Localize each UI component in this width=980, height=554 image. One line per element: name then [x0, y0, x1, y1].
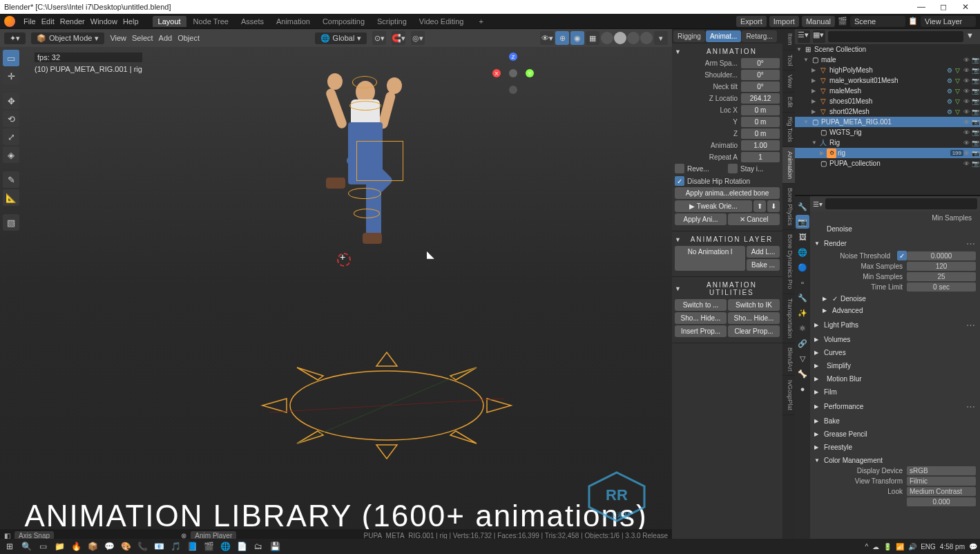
tray-wifi-icon[interactable]: 📶 [896, 543, 904, 551]
app-icon-5[interactable]: 🎨 [119, 539, 133, 553]
vtab-view[interactable]: View [782, 70, 795, 93]
min-samples-input[interactable]: 25 [907, 272, 976, 281]
close-anim-icon[interactable]: ⊗ [181, 532, 186, 539]
apply-anim-long-button[interactable]: Apply anima...elected bone [675, 187, 780, 199]
tab-animation[interactable]: Animation [271, 16, 316, 27]
menu-window[interactable]: Window [90, 17, 117, 26]
performance-section[interactable]: Performance [824, 403, 863, 410]
mode-selector[interactable]: 📦 Object Mode ▾ [31, 32, 104, 44]
outliner-row[interactable]: ▢PUPA_collection👁📷 [795, 158, 980, 169]
overlay-toggle[interactable]: ◉ [570, 31, 584, 45]
proportional-button[interactable]: ◎▾ [411, 31, 425, 45]
neck-input[interactable]: 0° [741, 82, 780, 92]
prop-tab-physics[interactable]: ⚛ [796, 321, 809, 335]
outliner-display-icon[interactable]: ▦▾ [813, 30, 825, 43]
app-icon-8[interactable]: 🎵 [169, 539, 182, 553]
viewport-menu-view[interactable]: View [110, 34, 126, 42]
app-icon-12[interactable]: 📄 [235, 539, 249, 553]
freestyle-section[interactable]: Freestyle [824, 443, 852, 451]
tray-cloud-icon[interactable]: ☁ [872, 543, 879, 551]
pivot-button[interactable]: ⊙▾ [372, 31, 386, 45]
prop-tab-world[interactable]: 🔵 [796, 260, 809, 274]
app-icon-9[interactable]: 📘 [185, 539, 199, 553]
tab-retarget[interactable]: Retarg... [742, 30, 776, 42]
outliner-search-input[interactable] [828, 31, 963, 42]
locz-input[interactable]: 0 m [741, 128, 780, 139]
viewport-menu-object[interactable]: Object [177, 34, 200, 42]
filter-icon[interactable]: ▼ [966, 31, 977, 42]
navigation-gizmo[interactable]: Z X Y [492, 52, 534, 94]
bake-button[interactable]: Bake ... [747, 259, 780, 271]
menu-file[interactable]: File [23, 17, 36, 26]
app-icon-2[interactable]: 🔥 [69, 539, 83, 553]
options-icon[interactable]: ⋯ [966, 238, 976, 249]
outliner-row[interactable]: ▶⚙rig199👁📷 [795, 148, 980, 158]
tab-scripting[interactable]: Scripting [372, 16, 412, 27]
vtab-item[interactable]: Item [782, 29, 795, 50]
upload-icon-button[interactable]: ⬆ [753, 200, 766, 212]
outliner-row[interactable]: ▼▢PUPA_META_RIG.001👁📷 [795, 117, 980, 127]
transform-tool[interactable]: ◈ [3, 146, 19, 163]
tab-nodetree[interactable]: Node Tree [188, 16, 234, 27]
outliner-row[interactable]: ▶▽maleMesh⚙▽ 👁📷 [795, 86, 980, 96]
gizmo-nz[interactable] [509, 86, 517, 94]
app-icon-4[interactable]: 💬 [102, 539, 116, 553]
measure-tool[interactable]: 📐 [3, 189, 19, 206]
app-icon-6[interactable]: 📞 [135, 539, 149, 553]
snap-button[interactable]: 🧲▾ [392, 31, 405, 45]
options-icon[interactable]: ⋯ [966, 401, 976, 412]
prop-tab-viewlayer[interactable]: 🖼 [796, 230, 809, 244]
simplify-section[interactable]: Simplify [827, 362, 851, 370]
prop-tab-render[interactable]: 🔧 [796, 200, 809, 213]
app-icon-7[interactable]: 📧 [152, 539, 166, 553]
lightpaths-section[interactable]: Light Paths [824, 321, 858, 329]
outliner-type-icon[interactable]: ☰▾ [798, 30, 810, 43]
close-button[interactable]: ✕ [955, 1, 976, 13]
outliner-row[interactable]: ▶▽male_worksuit01Mesh⚙▽ 👁📷 [795, 75, 980, 86]
animatio-input[interactable]: 1.00 [741, 140, 780, 151]
tray-time[interactable]: 4:58 pm [940, 543, 965, 551]
stay-checkbox[interactable] [728, 164, 738, 173]
prop-tab-object[interactable]: ▫ [796, 276, 809, 289]
outliner-row[interactable]: ▶▽highPolyMesh⚙▽ 👁📷 [795, 65, 980, 75]
vtab-blendart[interactable]: BlendArt [782, 343, 795, 376]
grease-section[interactable]: Grease Pencil [824, 430, 867, 438]
minimize-button[interactable]: — [911, 1, 932, 13]
noise-thr-input[interactable]: 0.0000 [907, 251, 976, 260]
blender-logo[interactable] [4, 16, 15, 27]
reve-checkbox[interactable] [675, 164, 684, 173]
vtab-animation[interactable]: Animation [782, 147, 795, 184]
volumes-section[interactable]: Volumes [824, 336, 850, 343]
colormgmt-section[interactable]: Color Management [824, 457, 883, 464]
vtab-bonedynamics[interactable]: Bone Dynamics Pro [782, 230, 795, 294]
switch-fk-button[interactable]: Switch to ... [675, 299, 727, 311]
display-device-select[interactable]: sRGB [907, 466, 976, 475]
add-layer-button[interactable]: Add L... [747, 246, 780, 258]
app-icon-13[interactable]: 🗂 [251, 539, 265, 553]
app-icon-3[interactable]: 📦 [86, 539, 99, 553]
annotate-tool[interactable]: ✎ [3, 171, 19, 188]
locy-input[interactable]: 0 m [741, 117, 780, 127]
app-icon-11[interactable]: 🌐 [218, 539, 232, 553]
prop-tab-particles[interactable]: ✨ [796, 306, 809, 320]
clear-prop-button[interactable]: Clear Prop... [728, 325, 780, 337]
max-samples-input[interactable]: 120 [907, 262, 976, 271]
menu-edit[interactable]: Edit [41, 17, 55, 26]
scene-selector[interactable]: Scene [850, 16, 905, 27]
vtab-rigtools[interactable]: Rig Tools [782, 113, 795, 147]
vtab-ivgosp[interactable]: IvGospPlat [782, 376, 795, 415]
xray-toggle[interactable]: ▦ [586, 31, 599, 45]
tab-assets[interactable]: Assets [236, 16, 269, 27]
app-icon-14[interactable]: 💾 [268, 539, 282, 553]
prop-tab-bone[interactable]: 🦴 [796, 367, 809, 381]
import-button[interactable]: Import [769, 16, 799, 27]
film-section[interactable]: Film [824, 388, 837, 396]
app-icon-10[interactable]: 🎬 [202, 539, 215, 553]
viewport-menu-select[interactable]: Select [132, 34, 153, 42]
arm-spa-input[interactable]: 0° [741, 58, 780, 68]
viewlayer-selector[interactable]: View Layer [921, 16, 976, 27]
tray-sound-icon[interactable]: 🔊 [908, 543, 916, 551]
shading-options[interactable]: ▾ [654, 31, 668, 45]
tray-lang[interactable]: ENG [921, 543, 936, 551]
tray-battery-icon[interactable]: 🔋 [883, 543, 892, 551]
